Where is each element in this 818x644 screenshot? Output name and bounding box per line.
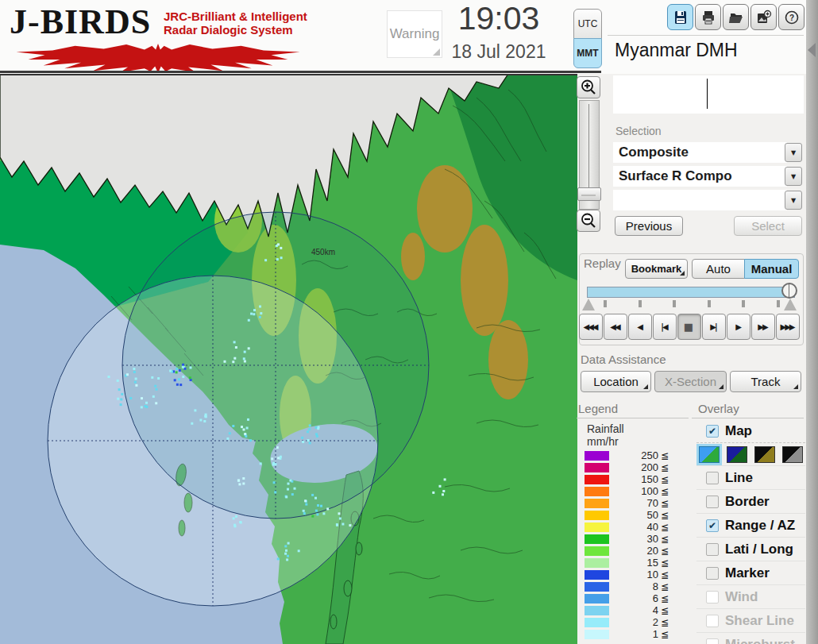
checkbox-icon[interactable] [706,472,719,484]
radar-map[interactable]: 450km [0,74,577,644]
save-button[interactable] [667,4,693,30]
checkbox-icon[interactable] [706,543,719,556]
playback-controls: ◀◀◀◀◀◀|◀■▶|▶▶▶▶▶▶ [579,314,800,340]
legend-comparator: ≦ [661,486,669,497]
overlay-label: Shear Line [725,613,794,629]
site-detail-box[interactable] [613,75,804,114]
slider-end-marker-icon[interactable] [784,299,797,310]
dropdown-option-arrow[interactable]: ▼ [785,191,802,210]
zoom-out-button[interactable] [577,210,600,232]
dropdown-product-group[interactable]: Composite [613,142,787,163]
step-back-button[interactable]: |◀ [653,314,677,340]
legend-color-swatch [585,570,609,580]
map-style-black-olive[interactable] [754,446,775,463]
select-button[interactable]: Select [734,216,802,236]
stop-button[interactable]: ■ [677,314,701,340]
bookmark-label: Bookmark [631,263,682,275]
timezone-utc-button[interactable]: UTC [573,9,602,39]
overlay-item-microburst[interactable]: Microburst [696,633,805,644]
checkbox-icon[interactable] [706,638,719,644]
overlay-item-marker[interactable]: Marker [696,561,805,585]
save-icon [673,10,689,25]
legend-row: 2≦ [585,616,669,628]
text-cursor [707,79,708,109]
legend-color-swatch [585,511,609,520]
legend-row: 100≦ [585,485,669,497]
add-image-button[interactable] [750,4,777,30]
warning-label: Warning [390,26,440,42]
overlay-item-lati-long[interactable]: Lati / Long [696,538,805,561]
overlay-label: Marker [725,565,770,581]
print-button[interactable] [695,4,721,30]
checkbox-icon[interactable] [706,496,719,508]
previous-button[interactable]: Previous [615,216,683,236]
auto-mode-button[interactable]: Auto [692,259,745,279]
legend-comparator: ≦ [661,629,669,640]
legend-value: 70 [609,497,658,509]
overlay-item-wind[interactable]: Wind [696,585,805,609]
legend-value: 30 [609,533,658,545]
help-button[interactable]: ? [778,4,804,30]
forward-fast-button[interactable]: ▶▶▶ [776,314,800,340]
app-logo: J-BIRDS JRC-Brilliant & Intelligent Rada… [5,2,322,71]
checkbox-icon[interactable] [706,591,719,604]
forward-button[interactable]: ▶▶ [751,314,775,340]
dropdown-product-arrow[interactable]: ▼ [785,167,802,186]
site-name: Myanmar DMH [615,40,738,61]
top-bar: J-BIRDS JRC-Brilliant & Intelligent Rada… [0,0,818,74]
legend-section-label: Legend [578,402,618,415]
play-button[interactable]: ▶ [727,314,750,340]
legend-color-swatch [585,558,609,568]
zoom-slider-thumb[interactable] [577,187,601,201]
panel-edge-strip[interactable] [806,0,818,644]
checkbox-icon[interactable] [706,567,719,580]
dropdown-option[interactable] [613,190,787,210]
replay-slider-thumb[interactable] [781,283,797,299]
overlay-label: Border [725,494,770,510]
map-style-black-gray[interactable] [782,446,803,463]
legend-color-swatch [585,594,609,604]
legend-color-swatch [585,523,609,532]
add-image-icon [756,10,772,25]
manual-mode-button[interactable]: Manual [744,259,799,279]
overlay-item-border[interactable]: Border [696,490,805,514]
logo-tagline-line2: Radar Dialogic System [164,23,307,37]
map-style-navy-darkgreen[interactable] [727,446,747,463]
checkbox-icon[interactable] [706,615,719,627]
tick-mark [708,300,711,307]
map-style-blue-green[interactable] [699,446,720,463]
legend-row: 20≦ [585,545,669,557]
overlay-label: Line [725,470,753,486]
bookmark-button[interactable]: Bookmark [625,259,688,279]
legend-row: 15≦ [585,557,669,569]
overlay-label: Range / AZ [725,518,795,534]
overlay-item-line[interactable]: Line [696,466,805,490]
clock-time: 19:03 [435,0,562,37]
replay-slider-track[interactable] [587,287,795,298]
legend-value: 250 [609,449,658,461]
collapse-panel-icon[interactable] [808,43,816,57]
open-folder-button[interactable] [723,4,749,30]
step-forward-button[interactable]: ▶| [702,314,726,340]
xsection-button[interactable]: X-Section [654,371,727,392]
rewind-button[interactable]: ◀◀ [604,314,627,340]
track-button[interactable]: Track [730,371,801,392]
dropdown-product[interactable]: Surface R Compo [613,166,787,187]
rewind-fast-button[interactable]: ◀◀◀ [579,314,603,340]
overlay-item-range-az[interactable]: ✔Range / AZ [696,514,805,538]
legend-comparator: ≦ [661,450,669,461]
legend-comparator: ≦ [661,546,669,557]
checkbox-icon[interactable]: ✔ [706,425,719,438]
overlay-item-map[interactable]: ✔Map [696,419,805,443]
dropdown-product-group-arrow[interactable]: ▼ [785,143,802,162]
location-button[interactable]: Location [581,371,651,392]
zoom-in-button[interactable] [577,76,600,98]
legend-value: 1 [609,628,658,640]
play-reverse-button[interactable]: ◀ [628,314,652,340]
slider-start-marker-icon[interactable] [582,299,595,310]
overlay-item-shear-line[interactable]: Shear Line [696,609,805,633]
legend-row: 200≦ [585,461,669,473]
checkbox-icon[interactable]: ✔ [706,519,719,532]
timezone-mmt-button[interactable]: MMT [573,38,602,68]
legend-value: 40 [609,521,658,533]
